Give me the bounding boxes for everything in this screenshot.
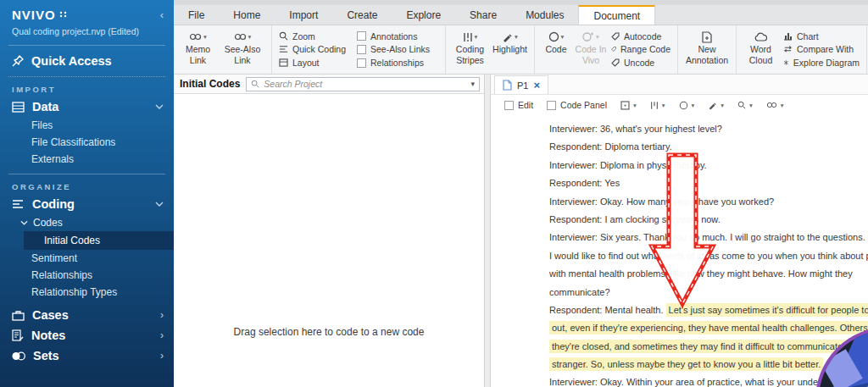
sidebar-item-data[interactable]: Data	[0, 97, 174, 117]
uncode-button[interactable]: Uncode	[611, 57, 670, 69]
annotation-dropdown-button[interactable]: ▾	[620, 101, 637, 110]
code-button[interactable]: ▾ Code	[539, 28, 573, 71]
zoom-label: Zoom	[292, 31, 315, 41]
sidebar-item-notes[interactable]: Notes ›	[0, 325, 174, 346]
view-checkboxes-column: Annotations See-Also Links Relationships	[354, 28, 441, 71]
see-also-link-button[interactable]: ▾ See-Also Link	[218, 28, 267, 71]
highlighted-text: stranger. So, unless maybe they get to k…	[549, 357, 823, 371]
sidebar-item-codes[interactable]: Codes	[0, 214, 174, 231]
coding-stripes-button[interactable]: ▾ Coding Stripes	[450, 28, 490, 71]
link-dropdown-button[interactable]: ▾	[766, 102, 784, 109]
annotation-icon	[620, 101, 630, 110]
sidebar-item-cases[interactable]: Cases ›	[0, 305, 174, 325]
word-cloud-button[interactable]: Word Cloud	[741, 28, 781, 71]
sidebar-item-coding[interactable]: Coding	[0, 194, 174, 214]
tab-p1[interactable]: P1 ×	[494, 75, 548, 94]
ribbon-toolbar: ▾ Memo Link ▾ See-Also Link Zoom	[174, 25, 868, 75]
chart-icon	[783, 31, 793, 41]
tab-modules[interactable]: Modules	[511, 5, 578, 25]
highlighted-text: they're closed, and sometimes they may f…	[549, 340, 868, 353]
highlight-dropdown-button[interactable]: ▾	[708, 101, 724, 110]
tab-import[interactable]: Import	[275, 5, 332, 25]
magnifier-icon	[279, 31, 288, 41]
codes-panel-title: Initial Codes	[180, 78, 240, 90]
memo-link-button[interactable]: ▾ Memo Link	[178, 28, 218, 71]
section-organize: ORGANIZE	[0, 174, 174, 194]
chart-button[interactable]: Chart	[783, 30, 860, 42]
close-tab-icon[interactable]: ×	[533, 80, 540, 91]
edit-checkbox[interactable]: Edit	[504, 100, 533, 110]
highlight-button[interactable]: ▾ Highlight	[490, 28, 530, 71]
zoom-dropdown-button[interactable]: ▾	[737, 101, 753, 109]
navigation-sidebar: NVIVO ‹ Qual coding project.nvp (Edited)…	[0, 0, 174, 387]
annotations-checkbox[interactable]: Annotations	[357, 30, 438, 42]
codes-label: Codes	[33, 217, 63, 229]
document-toolbar: Edit Code Panel ▾ ▾ ▾ ▾	[491, 95, 868, 115]
ribbon-group-visualize: Word Cloud Chart Compare With Explore Di…	[737, 25, 867, 74]
sidebar-item-sets[interactable]: Sets ›	[0, 346, 174, 366]
highlight-label: Highlight	[492, 44, 527, 55]
autocode-label: Autocode	[624, 31, 661, 41]
layout-button[interactable]: Layout	[279, 57, 352, 69]
sidebar-item-externals[interactable]: Externals	[0, 151, 174, 168]
relationships-checkbox[interactable]: Relationships	[357, 57, 438, 69]
sets-circles-icon	[12, 351, 25, 361]
code-actions-column: Autocode Range Code Uncode	[609, 28, 673, 71]
tab-document[interactable]: Document	[578, 5, 655, 25]
coding-stripes-dropdown-button[interactable]: ▾	[650, 101, 665, 110]
search-dropdown-caret-icon[interactable]: ▾	[470, 80, 475, 88]
quick-coding-button[interactable]: Quick Coding	[279, 43, 352, 56]
ribbon-group-view: Zoom Quick Coding Layout Annotations	[272, 25, 446, 74]
search-project-input[interactable]: Search Project ▾	[246, 77, 480, 91]
autocode-button[interactable]: Autocode	[611, 30, 670, 42]
code-dropdown-button[interactable]: ▾	[679, 101, 695, 110]
view-buttons-column: Zoom Quick Coding Layout	[276, 28, 354, 71]
sidebar-item-quick-access[interactable]: Quick Access	[0, 46, 174, 76]
chart-label: Chart	[797, 31, 819, 41]
dropdown-caret-icon: ▾	[721, 102, 724, 109]
code-panel-checkbox[interactable]: Code Panel	[547, 100, 607, 110]
sidebar-item-files[interactable]: Files	[0, 117, 174, 134]
code-panel-label: Code Panel	[560, 100, 607, 110]
briefcase-icon	[12, 310, 25, 321]
document-tab-bar: P1 ×	[491, 75, 868, 95]
dropdown-caret-icon: ▾	[662, 102, 665, 109]
relationships-label: Relationships	[370, 58, 424, 68]
range-code-button[interactable]: Range Code	[611, 43, 670, 56]
range-code-label: Range Code	[620, 44, 670, 54]
sets-label: Sets	[33, 349, 153, 362]
tab-home[interactable]: Home	[219, 5, 275, 25]
explore-diagram-button[interactable]: Explore Diagram	[783, 57, 860, 69]
new-annotation-button[interactable]: New Annotation	[682, 28, 732, 71]
tag-icon	[611, 32, 620, 41]
code-in-vivo-button[interactable]: ▾ Code In Vivo	[573, 28, 609, 71]
sidebar-item-sentiment[interactable]: Sentiment	[0, 250, 174, 267]
tab-file[interactable]: File	[174, 5, 219, 25]
see-also-link-label: See-Also Link	[218, 44, 267, 65]
coding-stripes-icon	[650, 101, 659, 110]
sidebar-item-relationships[interactable]: Relationships	[0, 267, 174, 284]
sidebar-collapse-icon[interactable]: ‹	[160, 8, 164, 21]
panel-divider[interactable]	[484, 75, 491, 387]
sidebar-item-initial-codes[interactable]: Initial Codes	[24, 231, 174, 250]
see-also-links-checkbox[interactable]: See-Also Links	[357, 43, 438, 56]
ribbon-group-coding: ▾ Code ▾ Code In Vivo Autocode Range Co	[535, 25, 678, 74]
data-grid-icon	[12, 102, 25, 113]
sidebar-item-file-classifications[interactable]: File Classifications	[0, 134, 174, 151]
dropdown-caret-icon: ▾	[633, 102, 637, 109]
tab-explore[interactable]: Explore	[392, 5, 455, 25]
sidebar-item-relationship-types[interactable]: Relationship Types	[0, 284, 174, 301]
dropdown-caret-icon: ▾	[248, 33, 252, 41]
tab-share[interactable]: Share	[455, 5, 511, 25]
checkbox-icon	[357, 45, 366, 54]
coding-stripes-icon	[463, 32, 473, 42]
compare-with-button[interactable]: Compare With	[783, 43, 860, 56]
dropdown-caret-icon: ▾	[781, 102, 784, 109]
explore-diagram-label: Explore Diagram	[793, 58, 860, 68]
code-label: Code	[545, 44, 566, 55]
coding-lines-icon	[12, 199, 25, 209]
zoom-button[interactable]: Zoom	[279, 30, 352, 42]
nvivo-logo: NVIVO	[12, 8, 67, 22]
tab-create[interactable]: Create	[332, 5, 392, 25]
tag-icon	[611, 58, 620, 67]
